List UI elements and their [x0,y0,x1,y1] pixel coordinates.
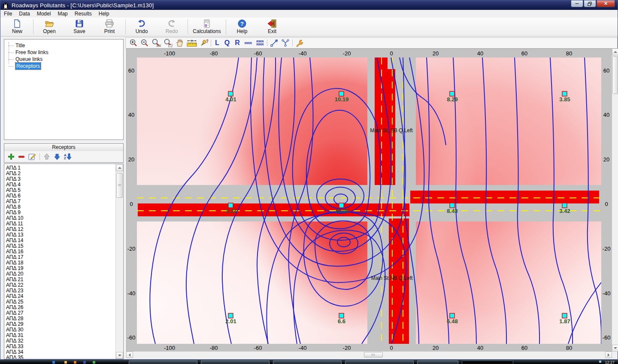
menu-map[interactable]: Map [54,10,71,17]
x-tick-label: 60 [521,345,527,351]
svg-text:2.01: 2.01 [225,318,236,325]
y-tick-label: -20 [603,246,611,252]
taskbar-button[interactable] [201,361,270,364]
receptors-list-scrollbar[interactable] [115,164,123,359]
map-horizontal-scrollbar[interactable] [126,352,612,358]
receptor-values-button[interactable]: RRR RRR [255,40,264,46]
y-tick-label: 20 [128,156,134,163]
menu-results[interactable]: Results [71,10,95,17]
minimize-icon [575,3,579,4]
taskbar-quicklaunch-icon[interactable] [93,361,95,364]
move-up-icon[interactable] [43,153,50,160]
menu-data[interactable]: Data [15,10,33,17]
x-tick-label: -20 [343,345,351,351]
links-l-button[interactable]: L [214,39,221,47]
settings-wrench-icon[interactable] [295,39,304,47]
list-item[interactable]: АПΔ 35 [6,355,123,359]
list-item[interactable]: АПΔ 6 [6,193,123,199]
scroll-down-button[interactable] [612,345,618,352]
map-vertical-scrollbar[interactable] [612,49,618,352]
zoom-extent-icon[interactable] [164,39,173,47]
x-tick-label: 20 [433,50,439,57]
measure-icon[interactable]: ? [187,39,197,47]
taskbar-button[interactable] [273,361,342,364]
tray-icon[interactable] [599,361,601,363]
taskbar-quicklaunch-icon[interactable] [74,361,76,364]
restore-button[interactable] [584,0,596,7]
scroll-left-button[interactable] [126,352,133,358]
windows-taskbar[interactable]: 12:27 [0,360,618,364]
map-canvas[interactable]: 4.01 10.19 8.29 3.85 3.23 18.06 8.43 3.4… [126,49,612,352]
y-tick-label: -40 [127,290,136,297]
tree-item-free-flow-links[interactable]: Free flow links [4,49,123,56]
zoom-out-icon[interactable] [140,39,149,47]
zoom-in-icon[interactable] [129,39,138,47]
links-r-button[interactable]: R [233,39,241,47]
receptor-labels-button[interactable]: RRR [244,42,253,45]
taskbar-start-icon[interactable] [52,361,55,364]
minimize-button[interactable] [571,0,583,7]
print-button[interactable]: Print [94,18,124,36]
remove-receptor-icon[interactable] [18,153,25,160]
list-item[interactable]: АПΔ 1 [6,165,123,171]
menu-model[interactable]: Model [33,10,55,17]
undo-button[interactable]: Undo [127,18,157,36]
y-tick-label: 40 [128,112,134,118]
scroll-right-button[interactable] [605,352,612,358]
printer-icon [105,19,114,28]
list-item[interactable]: АПΔ 8 [6,204,123,210]
svg-text:8.43: 8.43 [447,208,457,214]
add-link-icon[interactable] [270,39,279,47]
sort-az-icon[interactable]: A Z [64,153,72,160]
close-icon: ✕ [604,1,608,6]
add-polyline-icon[interactable] [281,39,290,47]
taskbar-quicklaunch-icon[interactable] [64,361,67,364]
scroll-down-button[interactable] [116,352,123,359]
move-down-icon[interactable] [54,153,61,160]
taskbar-button[interactable] [417,361,458,364]
svg-text:?: ? [240,21,244,27]
open-button[interactable]: Open [34,18,64,36]
edit-receptor-icon[interactable] [28,153,36,160]
scroll-up-button[interactable] [612,49,618,55]
tree-item-receptors[interactable]: Receptors [4,63,123,70]
identify-icon[interactable]: ? [200,39,208,47]
scroll-thumb[interactable] [612,56,618,94]
toolbar-separator [292,39,293,46]
x-tick-label: -20 [343,50,351,57]
scroll-thumb[interactable] [364,352,383,358]
list-item[interactable]: АПΔ 4 [6,182,123,188]
list-item[interactable]: АПΔ 3 [6,176,123,182]
add-receptor-icon[interactable] [8,153,15,160]
list-item[interactable]: АПΔ 2 [6,171,123,176]
svg-text:3.23: 3.23 [225,208,236,214]
save-button[interactable]: Save [64,18,94,36]
zoom-100-icon[interactable]: 100 [151,39,161,47]
x-tick-label: -80 [210,345,218,351]
taskbar-quicklaunch-icon[interactable] [83,361,86,364]
menu-help[interactable]: Help [95,10,113,17]
new-button[interactable]: New [2,18,32,36]
list-item[interactable]: АПΔ 10 [6,215,123,221]
undo-icon [137,19,146,28]
taskbar-button[interactable] [129,361,197,364]
taskbar-button-active[interactable] [462,361,513,364]
tree-item-title[interactable]: Title [4,42,123,49]
scroll-thumb[interactable] [116,173,123,198]
scroll-up-button[interactable] [116,164,123,171]
tree-item-queue-links[interactable]: Queue links [4,56,123,63]
pan-hand-icon[interactable] [176,39,184,47]
menu-file[interactable]: File [0,10,15,17]
taskbar-button[interactable] [345,361,414,364]
list-item[interactable]: АПΔ 7 [6,199,123,204]
links-q-button[interactable]: Q [223,39,231,47]
app-window: Roadways Pollutants - [C:\Users\Public\S… [0,0,618,360]
exit-button[interactable]: Exit [257,18,287,36]
calculations-button[interactable]: Calculations [189,18,225,36]
svg-text:1.87: 1.87 [559,318,570,325]
redo-button[interactable]: Redo [157,18,187,36]
taskbar-clock[interactable]: 12:27 [605,360,615,364]
close-button[interactable]: ✕ [597,0,615,7]
help-button[interactable]: ? Help [227,18,257,36]
list-item[interactable]: АПΔ 5 [6,188,123,193]
